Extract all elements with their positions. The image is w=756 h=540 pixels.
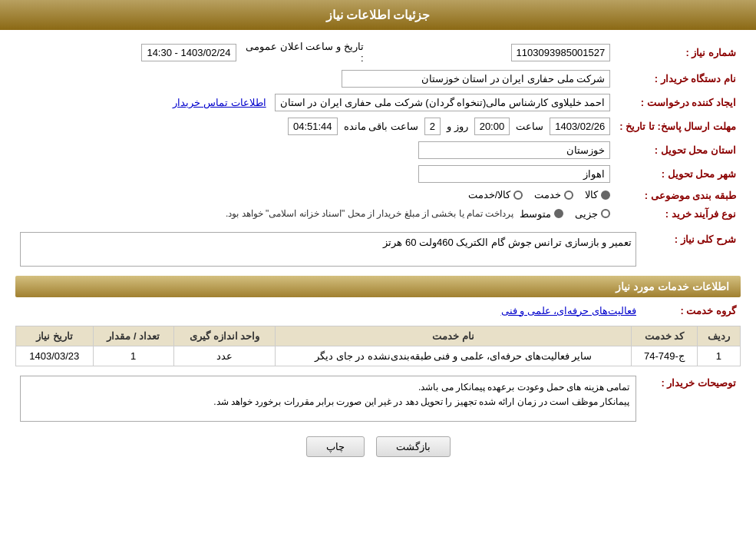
announce-datetime-box: 1403/02/24 - 14:30 [141,44,236,61]
info-table: شماره نیاز : 1103093985001527 تاریخ و سا… [15,38,741,223]
radio-jozii-icon[interactable] [601,209,610,218]
table-row: 1 ج-749-74 سایر فعالیت‌های حرفه‌ای، علمی… [16,346,741,366]
col-service-code: کد خدمت [632,326,698,346]
deadline-time-box: 20:00 [474,118,510,135]
remaining-time-label: ساعت باقی مانده [344,121,418,132]
city-label: شهر محل تحویل : [615,162,741,186]
row-response-deadline: مهلت ارسال پاسخ: تا تاریخ : 1403/02/26 س… [15,114,741,138]
deadline-time-label: ساعت [516,121,543,132]
radio-kala-khedmat-icon[interactable] [513,190,523,200]
buyer-notes-line1: تمامی هزینه های حمل وعودت برعهده پیمانکا… [27,380,629,395]
process-value: جزیی متوسط پرداخت تمام یا بخشی از مبلغ خ… [15,205,615,223]
row-process-type: نوع فرآیند خرید : جزیی متوسط [15,205,741,223]
category-kala-khedmat-label: کالا/خدمت [468,189,511,200]
buyer-notes-content: تمامی هزینه های حمل وعودت برعهده پیمانکا… [15,373,641,425]
col-row-num: ردیف [697,326,740,346]
print-button[interactable]: چاپ [306,436,365,457]
announce-datetime-value: 1403/02/24 - 14:30 [15,38,241,67]
main-content: شماره نیاز : 1103093985001527 تاریخ و سا… [0,30,756,476]
row-province: استان محل تحویل : خوزستان [15,138,741,162]
process-option-motavaset: متوسط [520,208,563,220]
province-value: خوزستان [15,138,615,162]
response-deadline-row: 1403/02/26 ساعت 20:00 روز و 2 ساعت باقی … [15,114,615,138]
request-number-label: شماره نیاز : [615,38,741,67]
deadline-days-label: روز و [447,121,468,132]
col-quantity: تعداد / مقدار [93,326,173,346]
creator-label: ایجاد کننده درخواست : [615,91,741,114]
province-box: خوزستان [418,141,610,159]
city-box: اهواز [418,165,610,183]
process-jozii-label: جزیی [575,208,598,220]
category-label: طبقه بندی موضوعی : [615,186,741,205]
col-date: تاریخ نیاز [16,326,94,346]
services-header-row: ردیف کد خدمت نام خدمت واحد اندازه گیری ت… [16,326,741,346]
category-option-kala-khedmat: کالا/خدمت [468,189,523,200]
category-khedmat-label: خدمت [534,189,561,200]
process-radio-group: جزیی متوسط [520,208,610,220]
row-category: طبقه بندی موضوعی : کالا خدمت [15,186,741,205]
page-title: جزئیات اطلاعات نیاز [326,8,431,22]
buyer-org-box: شرکت ملی حفاری ایران در استان خوزستان [342,70,610,88]
row-creator: ایجاد کننده درخواست : احمد خلیلاوی کارشن… [15,91,741,114]
creator-link[interactable]: اطلاعات تماس خریدار [173,97,266,108]
category-kala-label: کالا [585,189,598,200]
category-options: کالا خدمت کالا/خدمت [15,186,615,205]
radio-khedmat-icon[interactable] [564,190,573,200]
creator-value: احمد خلیلاوی کارشناس مالی(تنخواه گردان) … [15,91,615,114]
deadline-date-box: 1403/02/26 [550,118,610,135]
row-service-group: گروه خدمت : فعالیت‌های حرفه‌ای، علمی و ف… [15,302,741,320]
description-label: شرح کلی نیاز : [641,229,741,270]
cell-unit: عدد [173,346,276,366]
remaining-time-box: 04:51:44 [288,118,338,135]
row-buyer-notes: توصیحات خریدار : تمامی هزینه های حمل وعو… [15,373,741,425]
service-group-label: گروه خدمت : [641,302,741,320]
buyer-notes-table: توصیحات خریدار : تمامی هزینه های حمل وعو… [15,373,741,425]
col-unit: واحد اندازه گیری [173,326,276,346]
services-section-header: اطلاعات خدمات مورد نیاز [15,276,741,297]
process-label: نوع فرآیند خرید : [615,205,741,223]
category-option-khedmat: خدمت [534,189,573,200]
deadline-days-box: 2 [424,118,441,135]
description-table: شرح کلی نیاز : تعمیر و بازسازی ترانس جوش… [15,229,741,270]
service-group-value: فعالیت‌های حرفه‌ای، علمی و فنی [15,302,641,320]
request-number-box: 1103093985001527 [511,44,611,61]
page-wrapper: جزئیات اطلاعات نیاز شماره نیاز : 1103093… [0,0,756,540]
buyer-notes-line2: پیمانکار موظف است در زمان ارائه شده تجهی… [27,395,629,409]
buyer-notes-label: توصیحات خریدار : [641,373,741,425]
col-service-name: نام خدمت [276,326,632,346]
row-buyer-org: نام دستگاه خریدار : شرکت ملی حفاری ایران… [15,67,741,91]
category-option-kala: کالا [585,189,610,200]
button-bar: بازگشت چاپ [15,436,741,457]
row-description: شرح کلی نیاز : تعمیر و بازسازی ترانس جوش… [15,229,741,270]
category-radio-group: کالا خدمت کالا/خدمت [468,189,611,200]
service-group-table: گروه خدمت : فعالیت‌های حرفه‌ای، علمی و ف… [15,302,741,320]
cell-quantity: 1 [93,346,173,366]
buyer-org-value: شرکت ملی حفاری ایران در استان خوزستان [15,67,615,91]
city-value: اهواز [15,162,615,186]
back-button[interactable]: بازگشت [376,436,451,457]
services-table-header: ردیف کد خدمت نام خدمت واحد اندازه گیری ت… [16,326,741,346]
province-label: استان محل تحویل : [615,138,741,162]
deadline-inline: 1403/02/26 ساعت 20:00 روز و 2 ساعت باقی … [20,118,610,135]
description-value: تعمیر و بازسازی ترانس جوش گام الکتریک 46… [15,229,641,270]
description-box: تعمیر و بازسازی ترانس جوش گام الکتریک 46… [20,232,636,267]
process-inline: جزیی متوسط پرداخت تمام یا بخشی از مبلغ خ… [20,208,610,220]
cell-service-code: ج-749-74 [632,346,698,366]
cell-row-num: 1 [697,346,740,366]
service-group-link[interactable]: فعالیت‌های حرفه‌ای، علمی و فنی [501,305,636,316]
page-header: جزئیات اطلاعات نیاز [0,0,756,30]
cell-service-name: سایر فعالیت‌های حرفه‌ای، علمی و فنی طبقه… [276,346,632,366]
row-city: شهر محل تحویل : اهواز [15,162,741,186]
response-deadline-label: مهلت ارسال پاسخ: تا تاریخ : [615,114,741,138]
services-table-body: 1 ج-749-74 سایر فعالیت‌های حرفه‌ای، علمی… [16,346,741,366]
process-motavaset-label: متوسط [520,208,551,220]
services-table: ردیف کد خدمت نام خدمت واحد اندازه گیری ت… [15,326,741,366]
cell-date: 1403/03/23 [16,346,94,366]
buyer-org-label: نام دستگاه خریدار : [615,67,741,91]
process-option-jozii: جزیی [575,208,610,220]
radio-kala-icon[interactable] [601,190,610,200]
radio-motavaset-icon[interactable] [554,209,563,218]
creator-box: احمد خلیلاوی کارشناس مالی(تنخواه گردان) … [275,94,611,111]
buyer-notes-box: تمامی هزینه های حمل وعودت برعهده پیمانکا… [20,376,636,422]
process-description: پرداخت تمام یا بخشی از مبلغ خریدار از مح… [226,208,513,219]
